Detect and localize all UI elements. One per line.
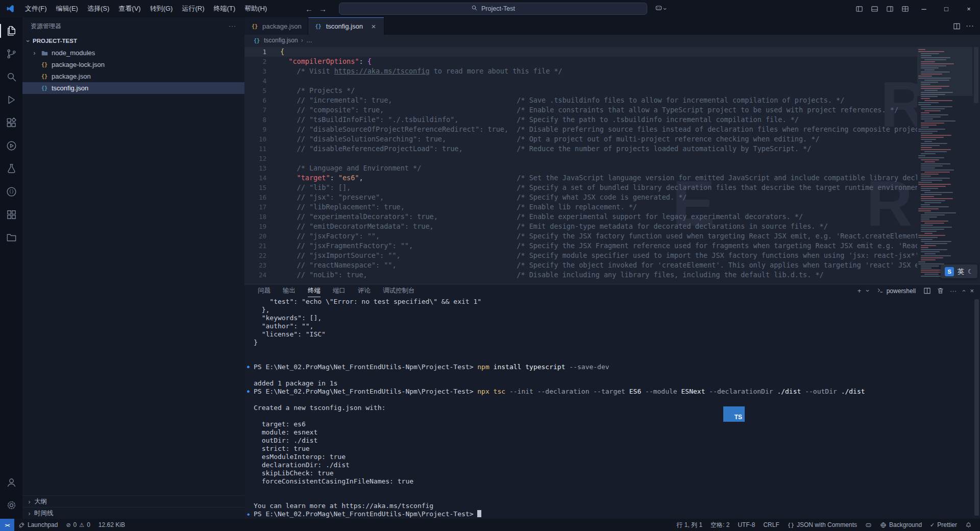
close-panel-icon[interactable]: × [970, 287, 974, 295]
command-center-search[interactable]: Project-Test [339, 3, 647, 15]
json-tools-icon[interactable]: {} [0, 180, 22, 203]
toggle-sidebar-icon[interactable] [851, 0, 867, 17]
extensions-icon[interactable] [0, 111, 22, 134]
terminal-scrollbar[interactable] [974, 299, 979, 516]
source-control-icon[interactable] [0, 42, 22, 65]
status-prettier[interactable]: ✓Prettier [926, 519, 961, 531]
account-icon[interactable] [0, 471, 22, 494]
menu-item-3[interactable]: 查看(V) [114, 0, 145, 17]
section-label: 大纲 [34, 497, 47, 506]
code-line: 23 // "reactNamespace": "",/* Specify th… [244, 260, 917, 270]
terminal-shell-item[interactable]: powershell [877, 287, 916, 295]
file-item-node_modules[interactable]: ›node_modules [22, 47, 244, 59]
remote-indicator[interactable]: >< [0, 519, 14, 531]
menu-item-6[interactable]: 终端(T) [209, 0, 240, 17]
toggle-secondary-sidebar-icon[interactable] [882, 0, 897, 17]
moon-icon[interactable]: ☾ [968, 268, 973, 275]
status-language-mode[interactable]: {}JSON with Comments [783, 519, 861, 531]
sidebar-section-大纲[interactable]: ›大纲 [22, 495, 244, 507]
terminal-line [254, 355, 980, 363]
minimize-button[interactable]: ─ [913, 0, 935, 17]
close-tab-icon[interactable]: × [370, 22, 378, 31]
terminal-line [254, 486, 980, 494]
code-text: // "disableSolutionSearching": true, [280, 134, 517, 144]
panel-more-actions-icon[interactable]: ··· [950, 287, 957, 295]
menu-item-4[interactable]: 转到(G) [145, 0, 178, 17]
ime-toolbar[interactable]: S 英 ☾ [941, 264, 977, 278]
nav-back-icon[interactable]: ← [305, 5, 313, 13]
status-cursor-position[interactable]: 行 1, 列 1 [672, 519, 706, 531]
run-debug-icon[interactable] [0, 88, 22, 111]
settings-icon[interactable] [0, 494, 22, 517]
extension-pack-icon[interactable] [0, 203, 22, 226]
inline-comment: /* Reduce the number of projects loaded … [517, 144, 811, 154]
project-manager-icon[interactable] [0, 226, 22, 249]
menu-item-2[interactable]: 选择(S) [83, 0, 114, 17]
status-eol[interactable]: CRLF [759, 519, 783, 531]
code-line: 13 /* Language and Environment */ [244, 163, 917, 173]
status-launchpad[interactable]: Launchpad [14, 519, 62, 531]
kill-terminal-icon[interactable] [937, 287, 944, 295]
testing-icon[interactable] [0, 157, 22, 180]
ime-language-indicator[interactable]: 英 [958, 267, 964, 276]
code-line: 20 // "jsxFactory": "",/* Specify the JS… [244, 231, 917, 241]
maximize-button[interactable]: □ [935, 0, 958, 17]
breadcrumb-item[interactable]: … [306, 37, 312, 44]
terminal-profile-dropdown-icon[interactable]: › [864, 289, 872, 292]
terminal[interactable]: "test": "echo \"Error: no test specified… [244, 297, 980, 519]
search-icon[interactable] [0, 65, 22, 88]
file-item-tsconfig.json[interactable]: {}tsconfig.json [22, 82, 244, 94]
code-text: { [280, 47, 517, 57]
minimap-slider[interactable] [917, 47, 972, 96]
json-icon: {} [40, 62, 48, 67]
status-indentation[interactable]: 空格: 2 [706, 519, 733, 531]
panel-tab-调试控制台[interactable]: 调试控制台 [383, 284, 415, 297]
menu-item-0[interactable]: 文件(F) [20, 0, 52, 17]
titlebar: 文件(F)编辑(E)选择(S)查看(V)转到(G)运行(R)终端(T)帮助(H)… [0, 0, 980, 17]
editor-scrollbar[interactable] [972, 46, 980, 284]
panel-tab-终端[interactable]: 终端 [308, 284, 321, 297]
code-text: // "noLib": true, [280, 270, 517, 280]
close-button[interactable]: × [958, 0, 980, 17]
new-terminal-icon[interactable]: + [857, 287, 862, 295]
panel-tab-评论[interactable]: 评论 [358, 284, 371, 297]
breadcrumb: {}tsconfig.json›… [244, 35, 980, 46]
copilot-menu[interactable]: › [655, 4, 666, 13]
menu-bar: 文件(F)编辑(E)选择(S)查看(V)转到(G)运行(R)终端(T)帮助(H) [20, 0, 272, 17]
code-text: // "emitDecoratorMetadata": true, [280, 222, 517, 231]
menu-item-5[interactable]: 运行(R) [177, 0, 209, 17]
terminal-line: forceConsistentCasingInFileNames: true [254, 477, 980, 486]
menu-item-1[interactable]: 编辑(E) [52, 0, 83, 17]
breadcrumb-item[interactable]: tsconfig.json [264, 37, 298, 44]
nav-forward-icon[interactable]: → [319, 5, 327, 13]
sidebar-section-时间线[interactable]: ›时间线 [22, 507, 244, 519]
panel-tab-问题[interactable]: 问题 [258, 284, 271, 297]
editor-more-actions-icon[interactable]: ··· [966, 21, 974, 31]
status-notifications[interactable] [961, 519, 976, 531]
file-item-package.json[interactable]: {}package.json [22, 70, 244, 82]
split-terminal-icon[interactable] [923, 287, 931, 295]
explorer-icon[interactable] [0, 19, 22, 42]
customize-layout-icon[interactable] [897, 0, 913, 17]
status-problems[interactable]: ⊘0⚠0 [62, 519, 94, 531]
explorer-more-actions-icon[interactable]: ··· [229, 22, 236, 30]
code-line: 17 // "libReplacement": true,/* Enable l… [244, 202, 917, 212]
status-background[interactable]: Background [876, 519, 926, 531]
tab-package.json[interactable]: {}package.json [244, 17, 308, 35]
menu-item-7[interactable]: 帮助(H) [240, 0, 272, 17]
file-item-package-lock.json[interactable]: {}package-lock.json [22, 59, 244, 70]
minimap[interactable] [917, 46, 972, 284]
status-encoding[interactable]: UTF-8 [733, 519, 759, 531]
project-root-folder[interactable]: › PROJECT-TEST [22, 35, 244, 47]
tab-tsconfig.json[interactable]: {}tsconfig.json× [308, 17, 384, 35]
status-copilot[interactable] [861, 519, 876, 531]
maximize-panel-icon[interactable]: › [960, 289, 967, 292]
panel-tab-输出[interactable]: 输出 [283, 284, 296, 297]
toggle-panel-icon[interactable] [867, 0, 882, 17]
live-preview-icon[interactable] [0, 134, 22, 157]
file-name: tsconfig.json [52, 84, 88, 92]
split-editor-icon[interactable] [953, 22, 961, 30]
panel-tab-端口[interactable]: 端口 [333, 284, 346, 297]
code-editor[interactable]: RER 1{2 "compilerOptions": {3 /* Visit h… [244, 46, 980, 284]
status-filesize[interactable]: 12.62 KiB [94, 519, 129, 531]
